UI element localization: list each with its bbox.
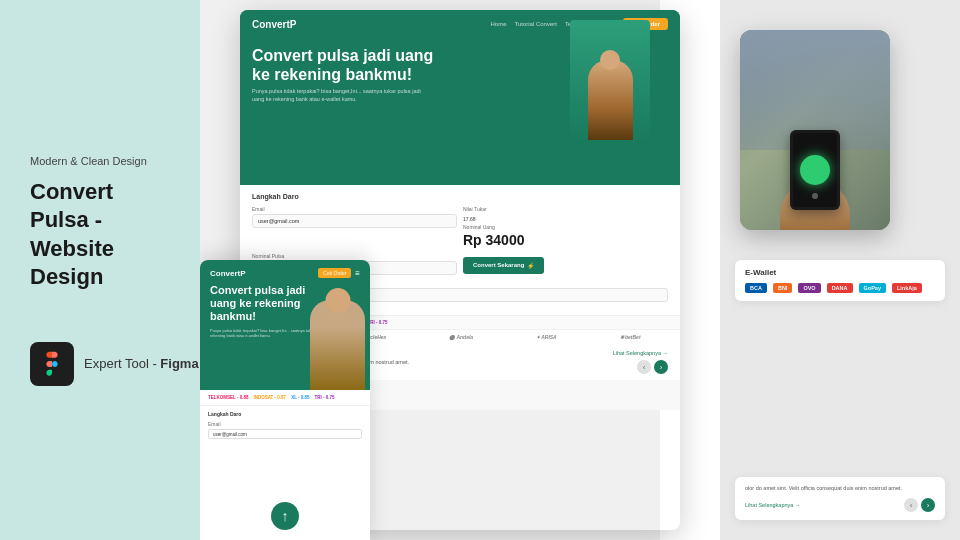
ewallet-ovo: OVO — [798, 283, 820, 293]
carousel-section: olor do amet sint. Velit officia consequ… — [735, 477, 945, 520]
mobile-brand: ConvertP — [210, 269, 246, 278]
right-panel: E-Wallet BCA BNI OVO DANA GoPay LinkAja … — [720, 0, 960, 540]
email-label: Email — [252, 206, 457, 212]
email-group: Email user@gmail.com — [252, 206, 457, 248]
mobile-email-input[interactable]: user@gmail.com — [208, 429, 362, 439]
ewallet-section: E-Wallet BCA BNI OVO DANA GoPay LinkAja — [735, 260, 945, 301]
tool-label: Expert Tool - Figma — [84, 356, 199, 371]
provider-tri: TRI - 0.75 — [368, 320, 388, 325]
phone-device — [790, 130, 840, 210]
lihat-selengkapnya[interactable]: Lihat Selengkapnya → — [613, 350, 668, 356]
design-label: Modern & Clean Design — [30, 154, 170, 169]
mobile-provider-tri: TRI - 0.75 — [315, 395, 335, 400]
sponsor-arisa: ✦ ARISA — [536, 334, 557, 340]
ewallet-title: E-Wallet — [745, 268, 935, 277]
home-button — [812, 193, 818, 199]
hero-desc: Punya pulsa tidak terpakai? bisa banget,… — [252, 88, 432, 103]
hero-section: ConvertP Home Tutorial Convert Testimoni… — [240, 10, 680, 185]
mobile-hero-title: Convert pulsa jadi uang ke rekening bank… — [210, 284, 310, 324]
convert-button[interactable]: Convert Sekarang ⚡ — [463, 257, 544, 274]
hero-title: Convert pulsa jadi uang ke rekening bank… — [252, 46, 452, 84]
nilai-tukar-group: Nilai Tukar 17.68 Nominal Uang Rp 34000 — [463, 206, 668, 248]
phone-screen-inner — [793, 133, 837, 207]
ewallet-dana: DANA — [827, 283, 853, 293]
nominal-display: Rp 34000 — [463, 232, 668, 248]
hero-content: Convert pulsa jadi uang ke rekening bank… — [240, 38, 680, 112]
sponsor-andela: ⬤ Andela — [449, 334, 473, 340]
mobile-hero: ConvertP Cek Order ≡ Convert pulsa jadi … — [200, 260, 370, 390]
ewallet-linkaja: LinkAja — [892, 283, 922, 293]
carousel-prev-button[interactable]: ‹ — [637, 360, 651, 374]
carousel-footer: Lihat Selengkapnya → ‹ › — [745, 498, 935, 512]
tool-section: Expert Tool - Figma — [30, 342, 170, 386]
ewallet-logos: BCA BNI OVO DANA GoPay LinkAja — [745, 283, 935, 293]
ewallet-bca: BCA — [745, 283, 767, 293]
main-area: ConvertP Home Tutorial Convert Testimoni… — [200, 0, 720, 540]
mobile-provider-indosat: INDOSAT - 0.87 — [253, 395, 286, 400]
carousel-controls: Lihat Selengkapnya → ‹ › — [613, 350, 668, 374]
nilai-tukar-value: 17.68 — [463, 214, 668, 224]
mobile-scroll-up-button[interactable]: ↑ — [271, 502, 299, 530]
email-input[interactable]: user@gmail.com — [252, 214, 457, 228]
mobile-provider-xl: XL - 0.85 — [291, 395, 309, 400]
carousel-nav-buttons: ‹ › — [904, 498, 935, 512]
form-row-1: Email user@gmail.com Nilai Tukar 17.68 N… — [252, 206, 668, 248]
sponsor-betbet: ❋ betBet — [620, 334, 641, 340]
project-title-bold: Website Design — [30, 236, 114, 290]
phone-mockup — [740, 30, 890, 230]
hand-phone-area — [770, 110, 860, 230]
phone-background — [740, 30, 890, 230]
project-title: Convert Pulsa - Website Design — [30, 178, 170, 292]
mobile-nav-actions: Cek Order ≡ — [318, 268, 360, 278]
carousel-next-button[interactable]: › — [654, 360, 668, 374]
project-title-part1: Convert Pulsa - — [30, 179, 113, 233]
right-carousel-next[interactable]: › — [921, 498, 935, 512]
mobile-person-illustration — [310, 300, 365, 390]
mobile-email-label: Email — [208, 421, 362, 427]
mobile-navbar: ConvertP Cek Order ≡ — [210, 268, 360, 278]
nav-brand: ConvertP — [252, 19, 296, 30]
left-panel: Modern & Clean Design Convert Pulsa - We… — [0, 0, 200, 540]
nav-link-tutorial: Tutorial Convert — [514, 21, 556, 27]
mobile-form-section: Langkah Daro Email user@gmail.com — [200, 406, 370, 447]
lihat-selengkapnya-right[interactable]: Lihat Selengkapnya → — [745, 502, 800, 508]
mobile-form-title: Langkah Daro — [208, 411, 362, 417]
nav-link-home: Home — [490, 21, 506, 27]
carousel-buttons: ‹ › — [637, 360, 668, 374]
ewallet-gopay: GoPay — [859, 283, 886, 293]
form-title: Langkah Daro — [252, 193, 668, 200]
mobile-providers: TELKOMSEL - 0.88 INDOSAT - 0.87 XL - 0.8… — [200, 390, 370, 406]
mobile-provider-telkomsel: TELKOMSEL - 0.88 — [208, 395, 248, 400]
ewallet-bni: BNI — [773, 283, 792, 293]
mobile-mockup-overlay: ConvertP Cek Order ≡ Convert pulsa jadi … — [200, 260, 370, 540]
green-circle-icon — [800, 155, 830, 185]
mobile-menu-icon[interactable]: ≡ — [355, 269, 360, 278]
right-carousel-prev[interactable]: ‹ — [904, 498, 918, 512]
mobile-cta-button[interactable]: Cek Order — [318, 268, 351, 278]
figma-icon — [30, 342, 74, 386]
nilai-tukar-label: Nilai Tukar — [463, 206, 668, 212]
nominal-pulsa-label: Nominal Pulsa — [252, 253, 457, 259]
carousel-text: olor do amet sint. Velit officia consequ… — [745, 485, 935, 493]
nominal-label: Nominal Uang — [463, 224, 668, 230]
convert-btn-group: Convert Sekarang ⚡ — [463, 253, 668, 275]
